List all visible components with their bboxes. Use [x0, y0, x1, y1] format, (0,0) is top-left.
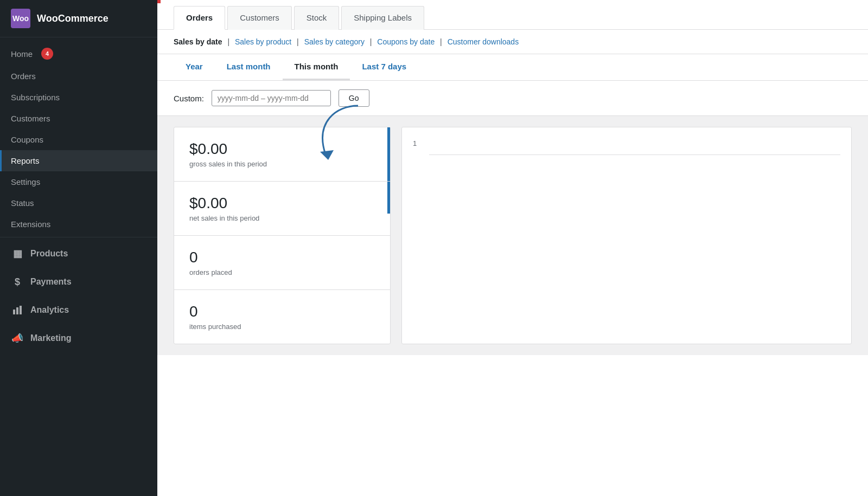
subnav: Sales by date | Sales by product | Sales… — [157, 30, 868, 54]
stat-gross-sales: $0.00 gross sales in this period — [174, 127, 390, 182]
svg-rect-1 — [16, 307, 18, 314]
customers-label: Customers — [11, 114, 50, 123]
sidebar-item-home[interactable]: Home 4 — [0, 42, 157, 66]
period-tab-this-month[interactable]: This month — [283, 54, 350, 80]
gross-sales-bar — [387, 127, 390, 181]
stats-content: $0.00 gross sales in this period $0.00 n… — [157, 116, 868, 355]
settings-label: Settings — [11, 177, 40, 186]
sidebar-item-status[interactable]: Status — [0, 192, 157, 214]
orders-label: Orders — [11, 72, 36, 81]
sidebar-section-marketing[interactable]: 📣 Marketing — [0, 324, 157, 352]
analytics-icon — [11, 304, 24, 317]
subnav-customer-downloads[interactable]: Customer downloads — [448, 37, 519, 46]
svg-rect-2 — [20, 306, 22, 314]
sidebar-item-settings[interactable]: Settings — [0, 171, 157, 192]
subscriptions-label: Subscriptions — [11, 93, 60, 102]
chart-grid-line — [429, 154, 840, 155]
marketing-section-label: Marketing — [30, 333, 72, 343]
woocommerce-icon: Woo — [11, 9, 30, 28]
main-tabs-row: Orders Customers Stock Shipping Labels — [157, 0, 868, 30]
stat-net-sales: $0.00 net sales in this period — [174, 182, 390, 236]
home-label: Home — [11, 49, 33, 59]
period-tab-year[interactable]: Year — [174, 54, 215, 80]
items-purchased-value: 0 — [189, 303, 375, 320]
reports-label: Reports — [11, 156, 40, 165]
sidebar-item-customers[interactable]: Customers — [0, 108, 157, 129]
subnav-sales-by-product[interactable]: Sales by product — [235, 37, 293, 46]
stats-cards: $0.00 gross sales in this period $0.00 n… — [174, 127, 391, 344]
net-sales-bar — [387, 182, 390, 214]
subnav-sales-by-date[interactable]: Sales by date — [174, 37, 224, 46]
sidebar-section-payments[interactable]: $ Payments — [0, 268, 157, 296]
period-tab-last-7-days[interactable]: Last 7 days — [350, 54, 418, 80]
sidebar-navigation: Home 4 Orders Subscriptions Customers Co… — [0, 37, 157, 496]
period-tabs-row: Year Last month This month Last 7 days — [157, 54, 868, 81]
sidebar-item-coupons[interactable]: Coupons — [0, 129, 157, 150]
go-button[interactable]: Go — [339, 89, 369, 107]
chart-y-label: 1 — [413, 139, 417, 147]
svg-rect-0 — [13, 310, 15, 314]
subnav-coupons-by-date[interactable]: Coupons by date — [377, 37, 437, 46]
tab-orders[interactable]: Orders — [174, 6, 225, 30]
orders-placed-value: 0 — [189, 249, 375, 266]
payments-section-label: Payments — [30, 277, 72, 287]
sidebar-item-subscriptions[interactable]: Subscriptions — [0, 87, 157, 108]
analytics-section-label: Analytics — [30, 305, 69, 315]
tab-customers[interactable]: Customers — [227, 6, 292, 30]
chart-area: 1 — [401, 127, 852, 344]
sidebar-item-reports[interactable]: Reports — [0, 150, 157, 171]
tab-stock[interactable]: Stock — [294, 6, 340, 30]
custom-date-label: Custom: — [174, 94, 204, 103]
sidebar-item-extensions[interactable]: Extensions — [0, 214, 157, 235]
items-purchased-label: items purchased — [189, 323, 375, 331]
sidebar-section-products[interactable]: ▦ Products — [0, 240, 157, 268]
tab-shipping-labels[interactable]: Shipping Labels — [341, 6, 424, 30]
sidebar-logo[interactable]: Woo WooCommerce — [0, 0, 157, 37]
orders-placed-label: orders placed — [189, 268, 375, 276]
home-badge: 4 — [41, 48, 53, 60]
products-section-label: Products — [30, 249, 68, 259]
sidebar-item-orders[interactable]: Orders — [0, 66, 157, 87]
extensions-label: Extensions — [11, 220, 50, 229]
gross-sales-label: gross sales in this period — [189, 160, 375, 168]
sidebar-section-analytics[interactable]: Analytics — [0, 296, 157, 324]
products-icon: ▦ — [11, 247, 24, 260]
sidebar: Woo WooCommerce Home 4 Orders Subscripti… — [0, 0, 157, 496]
sidebar-logo-text: WooCommerce — [37, 13, 108, 24]
net-sales-value: $0.00 — [189, 195, 375, 212]
content-area: Orders Customers Stock Shipping Labels S… — [157, 0, 868, 496]
payments-icon: $ — [11, 275, 24, 288]
sidebar-divider-1 — [0, 237, 157, 237]
period-tab-last-month[interactable]: Last month — [215, 54, 283, 80]
net-sales-label: net sales in this period — [189, 214, 375, 222]
marketing-icon: 📣 — [11, 332, 24, 345]
coupons-label: Coupons — [11, 135, 43, 144]
main-content: Orders Customers Stock Shipping Labels S… — [157, 0, 868, 496]
top-red-indicator — [157, 0, 161, 3]
gross-sales-value: $0.00 — [189, 140, 375, 158]
custom-date-input[interactable] — [212, 90, 331, 106]
stat-orders-placed: 0 orders placed — [174, 236, 390, 290]
custom-date-row: Custom: Go — [157, 81, 868, 116]
subnav-sales-by-category[interactable]: Sales by category — [304, 37, 367, 46]
status-label: Status — [11, 198, 34, 208]
stat-items-purchased: 0 items purchased — [174, 290, 390, 344]
